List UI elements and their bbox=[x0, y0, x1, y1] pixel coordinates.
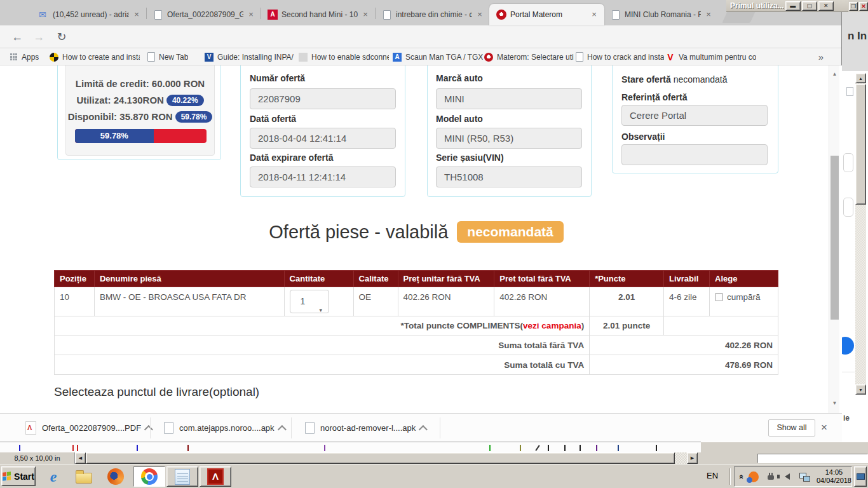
apps-shortcut[interactable]: Apps bbox=[10, 51, 39, 63]
data-expirare-field[interactable]: 2018-04-11 12:41:14 bbox=[250, 166, 396, 187]
ruler bbox=[0, 442, 701, 452]
ruler-tick bbox=[324, 445, 325, 451]
bookmark-item[interactable]: Materom: Selectare uti bbox=[484, 51, 574, 63]
cumpara-checkbox[interactable] bbox=[715, 293, 723, 301]
maximize-icon[interactable]: ▢ bbox=[802, 1, 817, 11]
credit-progress-bar: 59.78% bbox=[75, 129, 207, 143]
quantity-select[interactable]: 1 ▼ bbox=[290, 290, 329, 313]
tab-strip: ✉ (10,452 unread) - adrian_ × Oferta_002… bbox=[0, 0, 841, 25]
tab-close-icon[interactable]: × bbox=[360, 10, 370, 20]
background-window-titlebar: Primul utiliza... ▬ ▢ ✕ bbox=[726, 0, 848, 12]
ruler-tick bbox=[19, 445, 20, 451]
power-icon[interactable] bbox=[766, 473, 775, 480]
scrollbar-thumb[interactable] bbox=[855, 84, 866, 205]
numar-oferta-field[interactable]: 22087909 bbox=[250, 88, 396, 109]
bookmarks-bar: Apps How to create and insta New Tab V G… bbox=[0, 48, 841, 65]
ie-icon: e bbox=[50, 468, 57, 485]
bookmark-item[interactable]: V Va multumim pentru co bbox=[666, 51, 756, 63]
bookmark-item[interactable]: How to create and insta bbox=[50, 51, 140, 63]
chevron-up-icon[interactable] bbox=[419, 425, 428, 434]
tab-oferta-pdf[interactable]: Oferta_0022087909_GEI × bbox=[146, 4, 261, 25]
download-item[interactable]: com.atejapps.noroo....apk bbox=[164, 418, 287, 438]
credit-limit: Limită de credit: 60.000 RON bbox=[65, 78, 215, 89]
chrome-task-button[interactable] bbox=[133, 466, 165, 487]
system-tray: » 14:05 04/04/2018 bbox=[734, 466, 852, 487]
close-icon[interactable]: × bbox=[821, 421, 827, 434]
tab-mini-club[interactable]: MINI Club Romania - Răs × bbox=[604, 4, 719, 25]
volume-icon[interactable] bbox=[785, 473, 790, 480]
tab-close-icon[interactable]: × bbox=[703, 10, 714, 20]
file-icon bbox=[305, 422, 315, 434]
scroll-up-icon[interactable]: ▲ bbox=[829, 69, 840, 79]
show-desktop-button[interactable] bbox=[854, 466, 867, 487]
marca-auto-field[interactable]: MINI bbox=[436, 88, 582, 109]
chevron-up-icon[interactable] bbox=[277, 425, 286, 434]
back-icon[interactable]: ← bbox=[9, 29, 25, 45]
ruler-tick bbox=[580, 445, 581, 451]
suma-fara-value: 402.26 RON bbox=[590, 336, 778, 355]
start-button[interactable]: Start bbox=[1, 466, 36, 486]
internet-explorer-button[interactable]: e bbox=[42, 467, 65, 486]
vin-field[interactable]: TH51008 bbox=[436, 166, 582, 187]
tab-portal-materom[interactable]: Portal Materom × bbox=[489, 4, 604, 25]
tab-second-hand-mini[interactable]: A Second hand Mini - 10 LE × bbox=[261, 4, 376, 25]
clock[interactable]: 14:05 04/04/2018 bbox=[817, 468, 851, 485]
tab-close-icon[interactable]: × bbox=[589, 10, 599, 20]
scroll-down-icon[interactable]: ▼ bbox=[855, 384, 866, 395]
vezi-campania-link[interactable]: vezi campania bbox=[523, 321, 581, 330]
ruler-tick bbox=[535, 445, 539, 451]
tab-close-icon[interactable]: × bbox=[246, 10, 256, 20]
page-scrollbar[interactable]: ▲ ▼ bbox=[829, 65, 839, 413]
tab-gmail[interactable]: ✉ (10,452 unread) - adrian_ × bbox=[32, 4, 147, 25]
scroll-down-icon[interactable]: ▼ bbox=[829, 398, 840, 409]
firefox-button[interactable] bbox=[104, 467, 127, 486]
credit-used: Utilizat: 24.130RON40.22% bbox=[65, 95, 215, 106]
tab-close-icon[interactable]: × bbox=[132, 10, 142, 20]
bookmarks-overflow-icon[interactable]: » bbox=[818, 51, 824, 62]
network-icon[interactable] bbox=[799, 473, 809, 481]
materom-icon bbox=[496, 10, 506, 20]
chevron-up-icon[interactable] bbox=[144, 425, 153, 434]
bookmark-item[interactable]: A Scaun Man TGA / TGX bbox=[393, 51, 483, 63]
hidden-icons-chevron[interactable]: » bbox=[736, 474, 745, 478]
notepad-task-button[interactable] bbox=[166, 466, 198, 487]
background-scrollbar[interactable]: ▲ ▼ bbox=[855, 73, 866, 395]
observatii-field[interactable] bbox=[621, 144, 768, 165]
close-red-icon[interactable]: ✕ bbox=[859, 2, 868, 11]
hscroll-right-icon[interactable]: ▶ bbox=[687, 452, 698, 464]
scrollbar-thumb[interactable] bbox=[831, 156, 839, 320]
bookmark-item[interactable]: V Guide: Installing INPA/ bbox=[205, 51, 294, 63]
referinta-field[interactable]: Cerere Portal bbox=[621, 105, 768, 126]
forward-icon[interactable]: → bbox=[31, 29, 47, 45]
avast-tray-icon[interactable] bbox=[749, 471, 759, 482]
checkbox-label: cumpără bbox=[727, 292, 761, 302]
cell-denumire: BMW - OE - BROASCA USA FATA DR bbox=[94, 287, 284, 316]
background-window-right-edge: n In ie ▲ ▼ bbox=[842, 12, 868, 442]
hscroll-thumb[interactable] bbox=[86, 452, 675, 464]
stare-oferta: Stare ofertă necomandată bbox=[621, 74, 728, 85]
acrobat-icon: Λ bbox=[207, 468, 224, 485]
language-indicator[interactable]: EN bbox=[707, 471, 718, 480]
close-icon[interactable]: ✕ bbox=[818, 1, 834, 11]
bookmark-item[interactable]: How to enable sdconne bbox=[299, 51, 389, 63]
show-all-button[interactable]: Show all bbox=[768, 419, 815, 437]
hscroll-left-icon[interactable]: ◀ bbox=[75, 452, 86, 464]
tab-close-icon[interactable]: × bbox=[475, 10, 485, 20]
download-item[interactable]: noroot-ad-remover-l....apk bbox=[305, 418, 428, 438]
page-size-status: 8,50 x 10,00 in bbox=[0, 452, 75, 464]
model-auto-field[interactable]: MINI (R50, R53) bbox=[436, 128, 582, 149]
scroll-up-icon[interactable]: ▲ bbox=[855, 73, 866, 83]
file-explorer-button[interactable] bbox=[72, 467, 95, 486]
hscroll-track[interactable] bbox=[675, 452, 687, 464]
minimize-icon[interactable]: ▬ bbox=[785, 1, 801, 11]
acrobat-task-button[interactable]: Λ bbox=[200, 466, 231, 487]
a-blue-icon: A bbox=[393, 53, 402, 62]
data-oferta-field[interactable]: 2018-04-04 12:41:14 bbox=[250, 128, 396, 149]
tab-intrebare-chimie[interactable]: intrebare din chimie - dis × bbox=[375, 4, 490, 25]
reload-icon[interactable]: ↻ bbox=[53, 29, 70, 45]
restore-icon[interactable]: ❐ bbox=[849, 2, 858, 11]
bookmark-item[interactable]: How to crack and insta bbox=[576, 51, 664, 63]
ruler-tick bbox=[520, 445, 521, 451]
bookmark-item[interactable]: New Tab bbox=[147, 51, 188, 63]
download-item[interactable]: Oferta_0022087909....PDF bbox=[25, 418, 153, 438]
